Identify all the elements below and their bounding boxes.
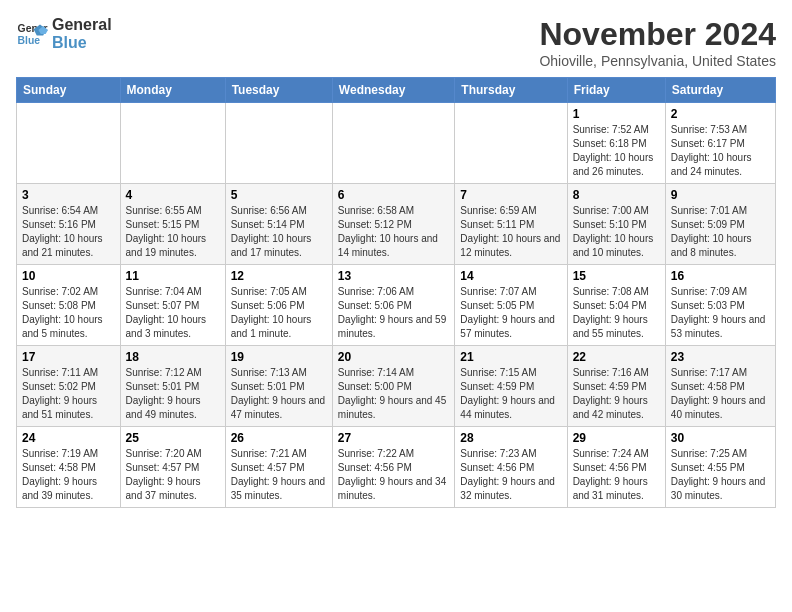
week-row-4: 24Sunrise: 7:19 AM Sunset: 4:58 PM Dayli… — [17, 427, 776, 508]
week-row-2: 10Sunrise: 7:02 AM Sunset: 5:08 PM Dayli… — [17, 265, 776, 346]
calendar-cell: 20Sunrise: 7:14 AM Sunset: 5:00 PM Dayli… — [332, 346, 455, 427]
day-info: Sunrise: 6:59 AM Sunset: 5:11 PM Dayligh… — [460, 204, 561, 260]
day-number: 20 — [338, 350, 450, 364]
day-number: 21 — [460, 350, 561, 364]
weekday-header-tuesday: Tuesday — [225, 78, 332, 103]
day-info: Sunrise: 7:25 AM Sunset: 4:55 PM Dayligh… — [671, 447, 770, 503]
day-info: Sunrise: 7:13 AM Sunset: 5:01 PM Dayligh… — [231, 366, 327, 422]
day-number: 11 — [126, 269, 220, 283]
day-number: 17 — [22, 350, 115, 364]
calendar-cell: 11Sunrise: 7:04 AM Sunset: 5:07 PM Dayli… — [120, 265, 225, 346]
day-number: 29 — [573, 431, 660, 445]
weekday-header-thursday: Thursday — [455, 78, 567, 103]
calendar-cell — [332, 103, 455, 184]
day-info: Sunrise: 7:00 AM Sunset: 5:10 PM Dayligh… — [573, 204, 660, 260]
day-number: 1 — [573, 107, 660, 121]
day-number: 18 — [126, 350, 220, 364]
calendar-cell: 23Sunrise: 7:17 AM Sunset: 4:58 PM Dayli… — [665, 346, 775, 427]
day-info: Sunrise: 7:05 AM Sunset: 5:06 PM Dayligh… — [231, 285, 327, 341]
calendar-cell: 27Sunrise: 7:22 AM Sunset: 4:56 PM Dayli… — [332, 427, 455, 508]
day-info: Sunrise: 7:17 AM Sunset: 4:58 PM Dayligh… — [671, 366, 770, 422]
day-number: 14 — [460, 269, 561, 283]
day-number: 12 — [231, 269, 327, 283]
location-title: Ohioville, Pennsylvania, United States — [539, 53, 776, 69]
day-number: 28 — [460, 431, 561, 445]
day-info: Sunrise: 7:09 AM Sunset: 5:03 PM Dayligh… — [671, 285, 770, 341]
calendar-cell: 3Sunrise: 6:54 AM Sunset: 5:16 PM Daylig… — [17, 184, 121, 265]
week-row-0: 1Sunrise: 7:52 AM Sunset: 6:18 PM Daylig… — [17, 103, 776, 184]
weekday-header-row: SundayMondayTuesdayWednesdayThursdayFrid… — [17, 78, 776, 103]
calendar-cell: 2Sunrise: 7:53 AM Sunset: 6:17 PM Daylig… — [665, 103, 775, 184]
calendar-cell: 13Sunrise: 7:06 AM Sunset: 5:06 PM Dayli… — [332, 265, 455, 346]
day-number: 23 — [671, 350, 770, 364]
day-info: Sunrise: 7:01 AM Sunset: 5:09 PM Dayligh… — [671, 204, 770, 260]
calendar-cell: 17Sunrise: 7:11 AM Sunset: 5:02 PM Dayli… — [17, 346, 121, 427]
day-number: 26 — [231, 431, 327, 445]
calendar-cell — [455, 103, 567, 184]
calendar-cell: 5Sunrise: 6:56 AM Sunset: 5:14 PM Daylig… — [225, 184, 332, 265]
day-number: 8 — [573, 188, 660, 202]
day-info: Sunrise: 7:20 AM Sunset: 4:57 PM Dayligh… — [126, 447, 220, 503]
day-info: Sunrise: 7:21 AM Sunset: 4:57 PM Dayligh… — [231, 447, 327, 503]
day-info: Sunrise: 7:08 AM Sunset: 5:04 PM Dayligh… — [573, 285, 660, 341]
day-number: 27 — [338, 431, 450, 445]
day-number: 6 — [338, 188, 450, 202]
weekday-header-wednesday: Wednesday — [332, 78, 455, 103]
day-info: Sunrise: 7:04 AM Sunset: 5:07 PM Dayligh… — [126, 285, 220, 341]
calendar-cell: 1Sunrise: 7:52 AM Sunset: 6:18 PM Daylig… — [567, 103, 665, 184]
calendar-cell: 21Sunrise: 7:15 AM Sunset: 4:59 PM Dayli… — [455, 346, 567, 427]
day-number: 16 — [671, 269, 770, 283]
day-number: 25 — [126, 431, 220, 445]
day-number: 24 — [22, 431, 115, 445]
calendar-cell — [225, 103, 332, 184]
title-area: November 2024 Ohioville, Pennsylvania, U… — [539, 16, 776, 69]
calendar-cell: 10Sunrise: 7:02 AM Sunset: 5:08 PM Dayli… — [17, 265, 121, 346]
logo: General Blue General Blue — [16, 16, 112, 52]
day-info: Sunrise: 6:54 AM Sunset: 5:16 PM Dayligh… — [22, 204, 115, 260]
weekday-header-saturday: Saturday — [665, 78, 775, 103]
day-info: Sunrise: 7:19 AM Sunset: 4:58 PM Dayligh… — [22, 447, 115, 503]
day-info: Sunrise: 7:22 AM Sunset: 4:56 PM Dayligh… — [338, 447, 450, 503]
calendar-table: SundayMondayTuesdayWednesdayThursdayFrid… — [16, 77, 776, 508]
calendar-cell: 25Sunrise: 7:20 AM Sunset: 4:57 PM Dayli… — [120, 427, 225, 508]
calendar-cell: 29Sunrise: 7:24 AM Sunset: 4:56 PM Dayli… — [567, 427, 665, 508]
calendar-cell: 7Sunrise: 6:59 AM Sunset: 5:11 PM Daylig… — [455, 184, 567, 265]
day-info: Sunrise: 7:06 AM Sunset: 5:06 PM Dayligh… — [338, 285, 450, 341]
day-info: Sunrise: 7:14 AM Sunset: 5:00 PM Dayligh… — [338, 366, 450, 422]
day-number: 9 — [671, 188, 770, 202]
day-number: 19 — [231, 350, 327, 364]
svg-text:Blue: Blue — [18, 35, 41, 46]
day-number: 10 — [22, 269, 115, 283]
header-area: General Blue General Blue November 2024 … — [16, 16, 776, 69]
day-info: Sunrise: 6:55 AM Sunset: 5:15 PM Dayligh… — [126, 204, 220, 260]
calendar-cell: 28Sunrise: 7:23 AM Sunset: 4:56 PM Dayli… — [455, 427, 567, 508]
day-info: Sunrise: 7:02 AM Sunset: 5:08 PM Dayligh… — [22, 285, 115, 341]
day-number: 4 — [126, 188, 220, 202]
day-info: Sunrise: 7:52 AM Sunset: 6:18 PM Dayligh… — [573, 123, 660, 179]
day-number: 30 — [671, 431, 770, 445]
day-number: 5 — [231, 188, 327, 202]
day-info: Sunrise: 7:11 AM Sunset: 5:02 PM Dayligh… — [22, 366, 115, 422]
weekday-header-friday: Friday — [567, 78, 665, 103]
calendar-cell: 4Sunrise: 6:55 AM Sunset: 5:15 PM Daylig… — [120, 184, 225, 265]
calendar-cell: 30Sunrise: 7:25 AM Sunset: 4:55 PM Dayli… — [665, 427, 775, 508]
month-title: November 2024 — [539, 16, 776, 53]
calendar-cell: 24Sunrise: 7:19 AM Sunset: 4:58 PM Dayli… — [17, 427, 121, 508]
day-info: Sunrise: 7:23 AM Sunset: 4:56 PM Dayligh… — [460, 447, 561, 503]
calendar-cell: 12Sunrise: 7:05 AM Sunset: 5:06 PM Dayli… — [225, 265, 332, 346]
weekday-header-monday: Monday — [120, 78, 225, 103]
day-info: Sunrise: 7:16 AM Sunset: 4:59 PM Dayligh… — [573, 366, 660, 422]
calendar-cell: 22Sunrise: 7:16 AM Sunset: 4:59 PM Dayli… — [567, 346, 665, 427]
day-number: 2 — [671, 107, 770, 121]
calendar-cell — [120, 103, 225, 184]
calendar-cell: 8Sunrise: 7:00 AM Sunset: 5:10 PM Daylig… — [567, 184, 665, 265]
calendar-cell: 15Sunrise: 7:08 AM Sunset: 5:04 PM Dayli… — [567, 265, 665, 346]
calendar-cell: 14Sunrise: 7:07 AM Sunset: 5:05 PM Dayli… — [455, 265, 567, 346]
day-number: 22 — [573, 350, 660, 364]
calendar-cell: 9Sunrise: 7:01 AM Sunset: 5:09 PM Daylig… — [665, 184, 775, 265]
calendar-cell: 6Sunrise: 6:58 AM Sunset: 5:12 PM Daylig… — [332, 184, 455, 265]
day-number: 15 — [573, 269, 660, 283]
day-number: 3 — [22, 188, 115, 202]
calendar-cell: 16Sunrise: 7:09 AM Sunset: 5:03 PM Dayli… — [665, 265, 775, 346]
day-info: Sunrise: 7:53 AM Sunset: 6:17 PM Dayligh… — [671, 123, 770, 179]
